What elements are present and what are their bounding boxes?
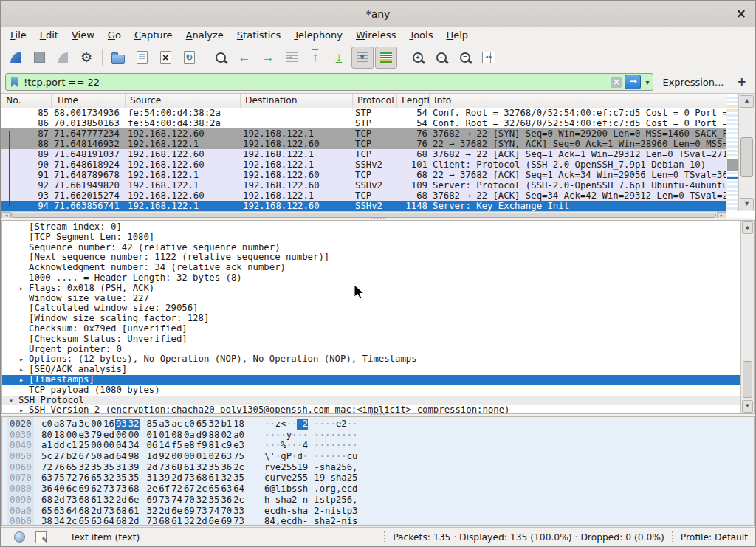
packet-detail-line[interactable]: ▸[SEQ/ACK analysis]	[2, 365, 754, 375]
scroll-up-icon[interactable]: ▲	[740, 95, 754, 108]
menu-view[interactable]: View	[65, 28, 101, 42]
go-first-button[interactable]	[304, 47, 326, 69]
scroll-up-icon[interactable]: ▲	[742, 221, 753, 234]
expander-collapsed-icon[interactable]: ▸	[17, 405, 26, 414]
packet-detail-line[interactable]: [Checksum Status: Unverified]	[2, 334, 754, 345]
zoom-reset-button[interactable]: =	[454, 47, 476, 69]
packet-detail-line[interactable]: Sequence number: 42 (relative sequence n…	[2, 243, 754, 253]
colorize-button[interactable]	[375, 47, 397, 69]
column-header-protocol[interactable]: Protocol	[353, 94, 397, 108]
filter-history-caret-icon[interactable]	[644, 78, 650, 86]
start-capture-button[interactable]	[4, 47, 27, 69]
expander-collapsed-icon[interactable]: ▸	[17, 375, 26, 385]
packet-row-94[interactable]: 9471.663856741192.168.122.1192.168.122.6…	[1, 201, 726, 211]
packet-detail-line[interactable]: ▸Flags: 0x018 (PSH, ACK)	[2, 283, 754, 294]
packet-row-92[interactable]: 9271.661949820192.168.122.1192.168.122.6…	[1, 180, 726, 190]
expander-collapsed-icon[interactable]: ▸	[17, 283, 26, 294]
packet-row-90[interactable]: 9071.648618924192.168.122.60192.168.122.…	[1, 159, 726, 170]
packet-detail-line[interactable]: ▾SSH Protocol	[2, 396, 754, 406]
column-header-destination[interactable]: Destination	[241, 94, 353, 108]
hex-row-00b0[interactable]: 00b038342c656364682d736861322d6e697384,e…	[2, 516, 754, 526]
packet-detail-line[interactable]: TCP payload (1080 bytes)	[2, 385, 754, 396]
menu-telephony[interactable]: Telephony	[287, 28, 349, 42]
packet-detail-line[interactable]: Checksum: 0x79ed [unverified]	[2, 324, 754, 334]
packet-list-minimap[interactable]	[727, 94, 738, 211]
hex-row-0080[interactable]: 008036406c69627373682e6f72672c6563646@li…	[2, 484, 754, 495]
restart-capture-button[interactable]	[52, 47, 74, 69]
packet-detail-line[interactable]: Urgent pointer: 0	[2, 345, 754, 355]
expert-info-icon[interactable]	[14, 531, 25, 543]
packet-row-88[interactable]: 8871.648146932192.168.122.1192.168.122.6…	[1, 139, 726, 149]
packet-list-header[interactable]: No.TimeSourceDestinationProtocolLengthIn…	[1, 94, 726, 109]
packet-detail-line[interactable]: [Next sequence number: 1122 (relative se…	[2, 252, 754, 263]
column-header-no[interactable]: No.	[1, 94, 52, 108]
hex-row-0090[interactable]: 0090682d736861322d6e697374703235362ch-sh…	[2, 495, 754, 506]
expander-expanded-icon[interactable]: ▾	[7, 396, 16, 406]
vscrollbar-handle[interactable]	[740, 137, 753, 177]
reload-file-button[interactable]	[178, 47, 200, 69]
packet-list-vscrollbar[interactable]: ▲ ▼	[738, 94, 755, 211]
capture-options-button[interactable]	[75, 47, 97, 69]
menu-help[interactable]: Help	[439, 28, 475, 42]
filter-text[interactable]: !tcp.port == 22	[24, 77, 608, 88]
filter-clear-icon[interactable]	[611, 77, 622, 88]
go-forward-button[interactable]	[257, 47, 279, 69]
menu-edit[interactable]: Edit	[33, 28, 65, 42]
scroll-down-icon[interactable]: ▼	[740, 198, 754, 210]
packet-detail-line[interactable]: [Stream index: 0]	[2, 222, 754, 233]
column-header-info[interactable]: Info	[430, 94, 726, 108]
save-file-button[interactable]	[131, 47, 153, 69]
menu-tools[interactable]: Tools	[402, 28, 439, 42]
go-to-packet-button[interactable]	[281, 47, 303, 69]
title-bar[interactable]: *any	[1, 1, 755, 27]
scroll-down-icon[interactable]: ▼	[742, 400, 753, 413]
menu-file[interactable]: File	[4, 28, 33, 42]
hex-row-0020[interactable]: 0020c0a87a3c0016933285a3acc06532b118··z<…	[2, 419, 754, 430]
packet-detail-line[interactable]: [TCP Segment Len: 1080]	[2, 233, 754, 243]
hex-row-0040[interactable]: 0040a1ddc125000004340614f5e8f981c9e3···%…	[2, 440, 754, 451]
profile-label[interactable]: Profile: Default	[681, 532, 748, 543]
close-window-icon[interactable]	[736, 5, 746, 21]
packet-row-87[interactable]: 8771.647777234192.168.122.60192.168.122.…	[1, 128, 726, 139]
menu-analyze[interactable]: Analyze	[179, 28, 230, 42]
filter-bookmark-icon[interactable]	[11, 77, 18, 87]
packet-detail-line[interactable]: Acknowledgment number: 34 (relative ack …	[2, 263, 754, 273]
column-header-source[interactable]: Source	[126, 94, 241, 108]
filter-apply-icon[interactable]	[625, 75, 641, 89]
find-packet-button[interactable]	[210, 47, 232, 69]
column-header-time[interactable]: Time	[52, 94, 126, 108]
packet-row-91[interactable]: 9171.648789678192.168.122.1192.168.122.6…	[1, 170, 726, 180]
menu-statistics[interactable]: Statistics	[230, 28, 287, 42]
zoom-out-button[interactable]: −	[430, 47, 453, 69]
details-scroll-handle[interactable]	[743, 361, 752, 398]
capture-comment-icon[interactable]	[35, 531, 47, 543]
column-header-length[interactable]: Length	[397, 94, 430, 108]
auto-scroll-button[interactable]	[351, 47, 374, 69]
packet-detail-line[interactable]: 1000 .... = Header Length: 32 bytes (8)	[2, 273, 754, 283]
hex-row-0030[interactable]: 0030801800e379ed00000101080ad98802a0····…	[2, 430, 754, 441]
packet-row-85[interactable]: 8568.001734936fe:54:00:d4:38:2aSTP54Conf…	[1, 108, 726, 118]
open-file-button[interactable]	[107, 47, 129, 69]
packet-detail-line[interactable]: [Window size scaling factor: 128]	[2, 314, 754, 324]
menu-capture[interactable]: Capture	[128, 28, 179, 42]
display-filter-input[interactable]: !tcp.port == 22	[5, 73, 653, 91]
go-last-button[interactable]	[328, 47, 350, 69]
packet-detail-line[interactable]: ▸[Timestamps]	[2, 375, 754, 385]
packet-detail-line[interactable]: [Calculated window size: 29056]	[2, 303, 754, 314]
expander-collapsed-icon[interactable]: ▸	[17, 365, 26, 375]
details-vscrollbar[interactable]: ▲ ▼	[740, 221, 754, 413]
expression-button[interactable]: Expression...	[659, 77, 726, 88]
packet-detail-line[interactable]: Window size value: 227	[2, 294, 754, 304]
add-filter-button[interactable]: +	[732, 75, 751, 89]
packet-bytes-pane[interactable]: 0020c0a87a3c0016933285a3acc06532b118··z<…	[1, 416, 755, 526]
packet-detail-line[interactable]: ▸Options: (12 bytes), No-Operation (NOP)…	[2, 354, 754, 365]
hex-row-0070[interactable]: 0070637572766532353531392d7368613235curv…	[2, 472, 754, 484]
resize-columns-button[interactable]	[478, 47, 500, 69]
menu-wireless[interactable]: Wireless	[349, 28, 402, 42]
hex-row-0050[interactable]: 00505c27b26750ad64981d92000001026375\'·g…	[2, 451, 754, 462]
stop-capture-button[interactable]	[28, 47, 50, 69]
zoom-in-button[interactable]: +	[407, 47, 429, 69]
close-file-button[interactable]	[154, 47, 176, 69]
hex-row-0060[interactable]: 006072766532353531392d7368613235362crve2…	[2, 462, 754, 473]
hscrollbar-handle[interactable]	[11, 213, 716, 218]
